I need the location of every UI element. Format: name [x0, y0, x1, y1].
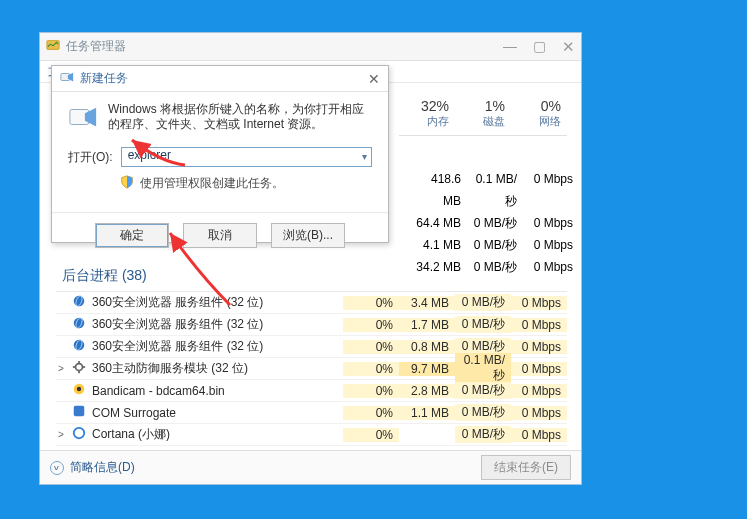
table-row[interactable]: 64.4 MB 0 MB/秒 0 Mbps — [411, 212, 579, 234]
partial-rows: 418.6 MB 0.1 MB/秒 0 Mbps 64.4 MB 0 MB/秒 … — [411, 168, 579, 278]
section-header-background: 后台进程 (38) — [62, 267, 147, 285]
tm-title: 任务管理器 — [66, 38, 503, 55]
expand-chevron[interactable]: > — [56, 429, 66, 440]
open-combobox[interactable]: explorer ▾ — [121, 147, 372, 167]
run-icon — [60, 70, 74, 87]
minimize-button[interactable]: — — [503, 38, 517, 56]
ie-icon — [72, 316, 86, 333]
process-name: Bandicam - bdcam64.bin — [92, 384, 225, 398]
table-row[interactable]: > Cortana (小娜) 0% 0 MB/秒 0 Mbps — [56, 424, 567, 446]
open-value: explorer — [128, 148, 171, 162]
svg-point-13 — [77, 387, 81, 391]
window-controls: — ▢ ✕ — [503, 38, 575, 56]
table-row[interactable]: 4.1 MB 0 MB/秒 0 Mbps — [411, 234, 579, 256]
admin-privilege-line: 使用管理权限创建此任务。 — [120, 175, 372, 192]
close-button[interactable]: ✕ — [562, 38, 575, 56]
end-task-button[interactable]: 结束任务(E) — [481, 455, 571, 480]
com-icon — [72, 404, 86, 421]
svg-point-1 — [74, 296, 85, 307]
maximize-button[interactable]: ▢ — [533, 38, 546, 56]
svg-rect-14 — [74, 406, 85, 417]
table-row[interactable]: > 360主动防御服务模块 (32 位) 0% 9.7 MB 0.1 MB/秒 … — [56, 358, 567, 380]
run-title: 新建任务 — [80, 70, 368, 87]
ie-icon — [72, 294, 86, 311]
run-buttons: 确定 取消 浏览(B)... — [52, 212, 388, 260]
table-row[interactable]: 360安全浏览器 服务组件 (32 位) 0% 1.7 MB 0 MB/秒 0 … — [56, 314, 567, 336]
process-name: 360安全浏览器 服务组件 (32 位) — [92, 294, 263, 311]
shield-icon — [120, 175, 134, 192]
run-titlebar: 新建任务 ✕ — [52, 66, 388, 92]
run-body: Windows 将根据你所键入的名称，为你打开相应的程序、文件夹、文档或 Int… — [52, 92, 388, 202]
tm-titlebar: 任务管理器 — ▢ ✕ — [40, 33, 581, 61]
column-headers: 32% 内存 1% 磁盘 0% 网络 — [399, 98, 567, 136]
process-name: 360主动防御服务模块 (32 位) — [92, 360, 248, 377]
table-row[interactable]: 360安全浏览器 服务组件 (32 位) 0% 3.4 MB 0 MB/秒 0 … — [56, 292, 567, 314]
process-name: 360安全浏览器 服务组件 (32 位) — [92, 338, 263, 355]
table-row[interactable]: 34.2 MB 0 MB/秒 0 Mbps — [411, 256, 579, 278]
open-label: 打开(O): — [68, 149, 113, 166]
close-icon[interactable]: ✕ — [368, 71, 380, 87]
table-row[interactable]: Bandicam - bdcam64.bin 0% 2.8 MB 0 MB/秒 … — [56, 380, 567, 402]
chevron-down-icon[interactable]: ▾ — [362, 151, 367, 162]
process-name: 360安全浏览器 服务组件 (32 位) — [92, 316, 263, 333]
svg-point-7 — [76, 364, 83, 371]
svg-point-15 — [74, 428, 85, 439]
bandicam-icon — [72, 382, 86, 399]
col-network[interactable]: 0% 网络 — [511, 98, 567, 129]
tm-bottom-bar: 简略信息(D) 结束任务(E) — [40, 450, 581, 484]
table-row[interactable]: COM Surrogate 0% 1.1 MB 0 MB/秒 0 Mbps — [56, 402, 567, 424]
svg-point-3 — [74, 318, 85, 329]
process-name: Cortana (小娜) — [92, 426, 170, 443]
cortana-icon — [72, 426, 86, 443]
process-name: COM Surrogate — [92, 406, 176, 420]
ie-icon — [72, 338, 86, 355]
task-manager-icon — [46, 38, 60, 56]
run-large-icon — [68, 102, 98, 135]
process-list: 360安全浏览器 服务组件 (32 位) 0% 3.4 MB 0 MB/秒 0 … — [56, 291, 567, 446]
ok-button[interactable]: 确定 — [95, 223, 169, 248]
svg-point-5 — [74, 340, 85, 351]
gear-icon — [72, 360, 86, 377]
col-memory[interactable]: 32% 内存 — [399, 98, 455, 129]
less-info-toggle[interactable]: 简略信息(D) — [50, 459, 481, 476]
table-row[interactable]: 418.6 MB 0.1 MB/秒 0 Mbps — [411, 168, 579, 212]
cancel-button[interactable]: 取消 — [183, 223, 257, 248]
browse-button[interactable]: 浏览(B)... — [271, 223, 345, 248]
run-dialog: 新建任务 ✕ Windows 将根据你所键入的名称，为你打开相应的程序、文件夹、… — [51, 65, 389, 243]
chevron-down-icon — [50, 461, 64, 475]
run-description: Windows 将根据你所键入的名称，为你打开相应的程序、文件夹、文档或 Int… — [108, 102, 372, 135]
expand-chevron[interactable]: > — [56, 363, 66, 374]
col-disk[interactable]: 1% 磁盘 — [455, 98, 511, 129]
